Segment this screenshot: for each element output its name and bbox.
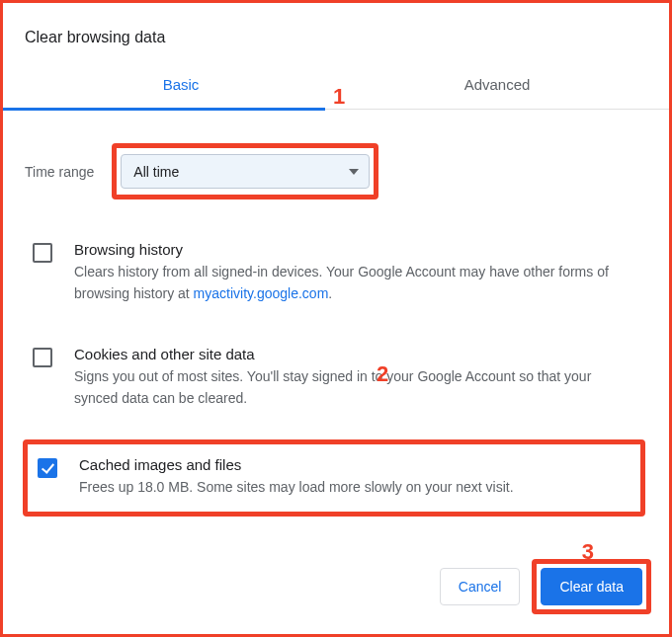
dialog-actions: Cancel Clear data xyxy=(440,559,651,614)
option-cookies: Cookies and other site data Signs you ou… xyxy=(23,334,645,423)
clear-browsing-data-dialog: Clear browsing data Basic Advanced Time … xyxy=(0,0,672,637)
option-text: Cookies and other site data Signs you ou… xyxy=(74,346,635,409)
option-desc: Clears history from all signed-in device… xyxy=(74,262,635,304)
annotation-3: 3 xyxy=(582,539,594,565)
option-desc-pre: Clears history from all signed-in device… xyxy=(74,264,609,301)
options-list: Browsing history Clears history from all… xyxy=(23,229,655,517)
time-range-select[interactable]: All time xyxy=(121,154,370,189)
option-title: Cached images and files xyxy=(79,456,514,473)
option-desc: Signs you out of most sites. You'll stay… xyxy=(74,366,635,409)
option-desc: Frees up 18.0 MB. Some sites may load mo… xyxy=(79,477,514,499)
checkbox-cache[interactable] xyxy=(38,458,57,478)
tab-basic[interactable]: Basic xyxy=(23,64,339,109)
option-text: Browsing history Clears history from all… xyxy=(74,241,635,304)
myactivity-link[interactable]: myactivity.google.com xyxy=(194,285,329,301)
option-title: Browsing history xyxy=(74,241,635,258)
cancel-button[interactable]: Cancel xyxy=(440,568,521,605)
option-cache: Cached images and files Frees up 18.0 MB… xyxy=(28,444,640,513)
checkbox-cookies[interactable] xyxy=(33,348,52,367)
tab-advanced[interactable]: Advanced xyxy=(339,64,655,109)
annotation-highlight-timerange: All time xyxy=(112,143,378,199)
time-range-row: Time range All time xyxy=(25,143,653,199)
time-range-label: Time range xyxy=(25,164,94,180)
annotation-highlight-clear: Clear data xyxy=(532,559,651,614)
option-text: Cached images and files Frees up 18.0 MB… xyxy=(79,456,514,499)
time-range-value: All time xyxy=(133,164,179,180)
annotation-2: 2 xyxy=(377,361,388,387)
tab-underline xyxy=(0,108,325,111)
option-title: Cookies and other site data xyxy=(74,346,635,362)
dialog-title: Clear browsing data xyxy=(25,29,655,46)
clear-data-button[interactable]: Clear data xyxy=(541,568,642,605)
annotation-1: 1 xyxy=(333,84,345,110)
option-desc-post: . xyxy=(328,285,332,301)
option-browsing-history: Browsing history Clears history from all… xyxy=(23,229,645,318)
checkbox-browsing-history[interactable] xyxy=(33,243,52,263)
annotation-highlight-cache: Cached images and files Frees up 18.0 MB… xyxy=(23,439,645,518)
chevron-down-icon xyxy=(349,169,359,175)
